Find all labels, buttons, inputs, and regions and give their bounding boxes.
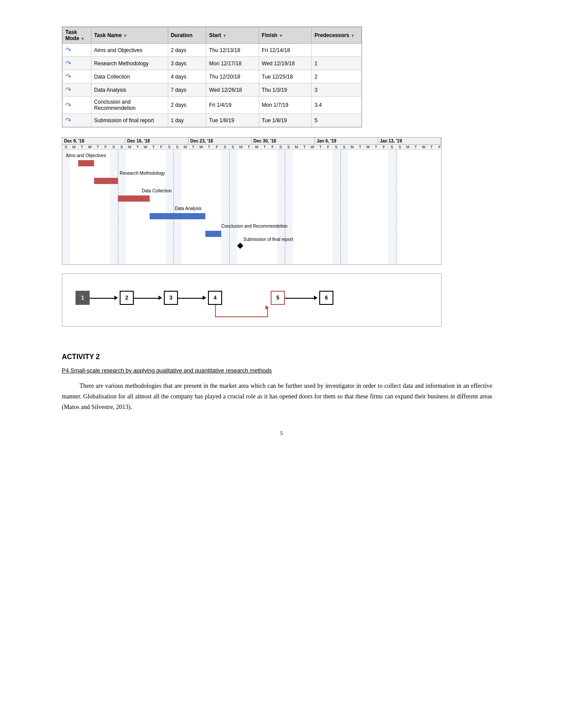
gantt-day-label: M (70, 145, 78, 149)
task-name-cell: Conclusion and Recommendetion (91, 97, 168, 114)
task-mode-icon: ↷ (65, 86, 71, 94)
gantt-day-label: S (229, 145, 237, 149)
gantt-week-header: Dec 9, '18Dec 16, '18Dec 23, '18Dec 30, … (62, 138, 441, 145)
gantt-day-label: S (174, 145, 181, 149)
gantt-day-label: T (301, 145, 309, 149)
net-arrow-4-5-v (215, 305, 216, 317)
gantt-day-label: T (428, 145, 436, 149)
net-node-1: 1 (76, 291, 90, 305)
task-duration-cell: 2 days (168, 97, 206, 114)
task-mode-cell: ↷ (63, 70, 91, 83)
gantt-day-label: T (317, 145, 325, 149)
gantt-day-label: S (166, 145, 174, 149)
task-name-cell: Submission of final report (91, 114, 168, 127)
table-row: ↷ Data Collection 4 days Thu 12/20/18 Tu… (63, 70, 362, 83)
task-finish-cell: Tue 12/25/18 (259, 70, 311, 83)
gantt-day-header: SMTWTFSSMTWTFSSMTWTFSSMTWTFSSMTWTFSSMTWT… (62, 145, 441, 150)
gantt-day-label: F (269, 145, 277, 149)
gantt-day-label: S (285, 145, 293, 149)
task-pred-cell: 2 (312, 70, 362, 83)
task-duration-cell: 2 days (168, 44, 206, 57)
gantt-day-label: F (158, 145, 166, 149)
gantt-day-label: S (118, 145, 126, 149)
table-row: ↷ Research Methodology 3 days Mon 12/17/… (63, 57, 362, 70)
gantt-day-label: T (245, 145, 253, 149)
task-pred-cell: 1 (312, 57, 362, 70)
gantt-day-label: S (396, 145, 404, 149)
task-duration-cell: 4 days (168, 70, 206, 83)
task-finish-cell: Thu 1/3/19 (259, 83, 311, 97)
net-arrowhead-3-4 (203, 296, 206, 300)
task-name-cell: Research Methodology (91, 57, 168, 70)
task-mode-icon: ↷ (65, 116, 71, 124)
task-table-wrapper: TaskMode ▼ Task Name ▼ Duration Start ▼ … (62, 26, 362, 128)
gantt-day-label: S (340, 145, 348, 149)
net-arrow-1-2 (90, 298, 116, 299)
gantt-day-label: M (348, 145, 356, 149)
gantt-bar-3 (118, 195, 150, 202)
table-row: ↷ Data Analysis 7 days Wed 12/26/18 Thu … (63, 83, 362, 97)
net-arrowhead-4-5 (265, 305, 269, 310)
task-finish-cell: Fri 12/14/18 (259, 44, 311, 57)
gantt-day-label: W (197, 145, 205, 149)
gantt-day-label: S (221, 145, 229, 149)
gantt-vline-3 (229, 150, 230, 264)
net-node-5: 5 (271, 291, 285, 305)
gantt-label-5: Conclusion and Recommendetion (221, 224, 287, 229)
gantt-day-label: T (356, 145, 364, 149)
net-node-3: 3 (164, 291, 178, 305)
col-start: Start ▼ (206, 27, 259, 44)
task-finish-cell: Wed 12/19/18 (259, 57, 311, 70)
gantt-day-label: M (404, 145, 412, 149)
gantt-day-label: S (62, 145, 70, 149)
gantt-bar-4 (150, 213, 205, 219)
net-arrowhead-2-3 (159, 296, 162, 300)
gantt-week-label: Dec 16, '18 (125, 138, 189, 144)
gantt-label-2: Research Methodology (120, 171, 165, 176)
gantt-body: Aims and Objectives Research Methodology… (62, 150, 441, 264)
gantt-day-label: T (134, 145, 142, 149)
gantt-bar-5 (205, 231, 221, 237)
col-finish: Finish ▼ (259, 27, 311, 44)
gantt-day-label: T (150, 145, 158, 149)
col-duration: Duration (168, 27, 206, 44)
table-row: ↷ Conclusion and Recommendetion 2 days F… (63, 97, 362, 114)
col-predecessors: Predecessors ▼ (312, 27, 362, 44)
gantt-day-label: S (388, 145, 396, 149)
task-start-cell: Mon 12/17/18 (206, 57, 259, 70)
gantt-day-label: F (213, 145, 221, 149)
gantt-day-label: W (86, 145, 94, 149)
gantt-week-label: Dec 30, '18 (252, 138, 315, 144)
task-mode-icon: ↷ (65, 73, 71, 80)
task-mode-icon: ↷ (65, 60, 71, 67)
table-row: ↷ Submission of final report 1 day Tue 1… (63, 114, 362, 127)
task-duration-cell: 7 days (168, 83, 206, 97)
gantt-week-label: Jan 13, '19 (378, 138, 441, 144)
gantt-bar-1 (78, 160, 94, 166)
task-start-cell: Tue 1/8/19 (206, 114, 259, 127)
task-name-cell: Aims and Objectives (91, 44, 168, 57)
gantt-label-3: Data Collection (142, 188, 172, 193)
gantt-day-label: W (309, 145, 317, 149)
task-pred-cell: 3,4 (312, 97, 362, 114)
task-duration-cell: 3 days (168, 57, 206, 70)
gantt-label-1: Aims and Objectives (66, 153, 106, 158)
gantt-vline-6 (396, 150, 397, 264)
task-mode-cell: ↷ (63, 83, 91, 97)
page-number: 5 (35, 430, 528, 437)
gantt-day-label: M (293, 145, 301, 149)
activity-subtitle: P4 Small-scale research by applying qual… (62, 367, 492, 374)
task-pred-cell: 5 (312, 114, 362, 127)
task-mode-icon: ↷ (65, 46, 71, 54)
gantt-vline-5 (340, 150, 341, 264)
gantt-day-label: M (126, 145, 134, 149)
network-diagram: 1 2 3 4 5 6 (62, 274, 442, 326)
task-duration-cell: 1 day (168, 114, 206, 127)
gantt-day-label: T (412, 145, 420, 149)
task-pred-cell (312, 44, 362, 57)
gantt-vline-4 (285, 150, 285, 264)
task-table: TaskMode ▼ Task Name ▼ Duration Start ▼ … (62, 27, 362, 127)
task-start-cell: Thu 12/13/18 (206, 44, 259, 57)
gantt-week-label: Dec 9, '18 (62, 138, 125, 144)
net-node-4: 4 (208, 291, 222, 305)
